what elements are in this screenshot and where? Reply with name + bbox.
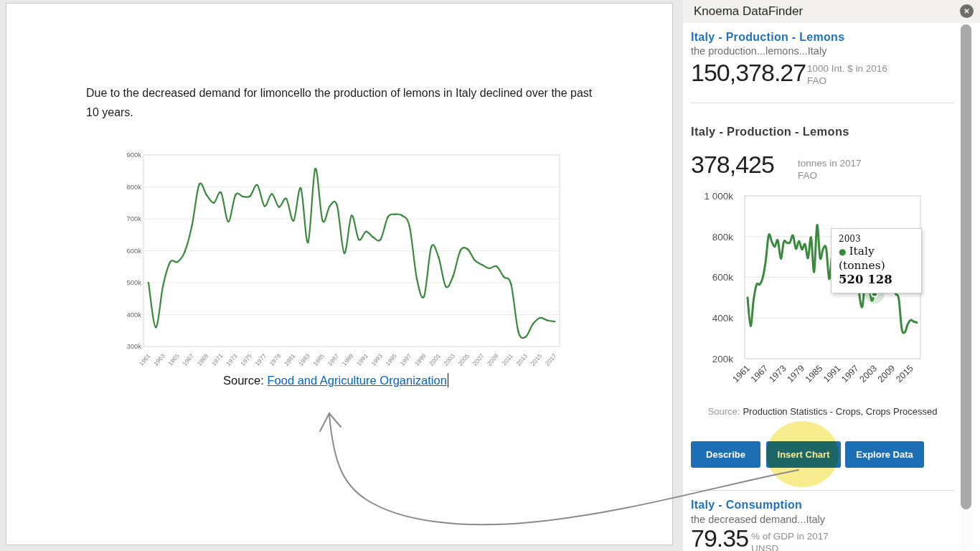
svg-text:1985: 1985 (311, 352, 326, 367)
card-subtitle: the decreased demand...Italy (691, 514, 825, 525)
svg-text:2009: 2009 (876, 363, 897, 385)
svg-text:2015: 2015 (894, 363, 915, 385)
svg-text:2005: 2005 (456, 352, 471, 367)
svg-text:2003: 2003 (442, 352, 456, 367)
tooltip-series: ●Italy (tonnes) (839, 245, 914, 273)
svg-text:1997: 1997 (839, 363, 861, 385)
svg-text:200k: 200k (712, 354, 734, 364)
document-source-line: Source: Food and Agriculture Organizatio… (223, 373, 448, 387)
svg-text:1997: 1997 (399, 352, 413, 367)
svg-text:1999: 1999 (413, 352, 428, 367)
svg-text:1985: 1985 (804, 363, 825, 385)
svg-text:2001: 2001 (428, 352, 442, 367)
panel-preview-chart[interactable]: 1 000k800k600k400k200k196119671973197919… (683, 0, 980, 430)
card-value: 79.35 (691, 526, 748, 550)
document-page[interactable]: Due to the decreased demand for limoncel… (6, 3, 673, 545)
tooltip-year: 2003 (839, 234, 914, 245)
svg-text:1961: 1961 (731, 363, 753, 385)
svg-text:1973: 1973 (767, 363, 788, 385)
svg-text:1971: 1971 (210, 352, 225, 367)
svg-text:1 000k: 1 000k (704, 191, 733, 202)
svg-text:1961: 1961 (138, 352, 152, 367)
svg-text:700k: 700k (126, 215, 141, 222)
describe-button[interactable]: Describe (691, 441, 760, 468)
card-divider (691, 490, 954, 491)
svg-text:1967: 1967 (749, 363, 771, 385)
svg-text:1995: 1995 (384, 352, 398, 367)
svg-text:300k: 300k (126, 342, 141, 350)
text-cursor (448, 373, 449, 387)
chart-tooltip: 2003 ●Italy (tonnes) 520 128 (831, 228, 922, 293)
svg-text:1975: 1975 (239, 352, 253, 367)
svg-text:1991: 1991 (821, 363, 843, 385)
svg-text:800k: 800k (126, 183, 141, 191)
svg-text:1991: 1991 (355, 352, 369, 367)
svg-text:2017: 2017 (544, 352, 558, 367)
svg-text:2007: 2007 (471, 352, 486, 367)
close-x-glyph: ✕ (963, 7, 969, 15)
svg-text:600k: 600k (712, 272, 734, 283)
svg-text:1989: 1989 (341, 352, 355, 367)
svg-text:1965: 1965 (166, 352, 181, 367)
document-embedded-chart[interactable]: 900k800k700k600k500k400k300k196119631965… (6, 4, 672, 545)
unit-source-org: UNSD (751, 542, 829, 551)
svg-text:1969: 1969 (196, 352, 210, 367)
source-label: Source: (223, 374, 267, 387)
svg-text:2015: 2015 (529, 352, 543, 367)
svg-text:1979: 1979 (785, 363, 806, 385)
knoema-datafinder-panel: Knoema DataFinder ✕ Italy - Production -… (683, 0, 980, 551)
explore-data-button[interactable]: Explore Data (845, 441, 924, 468)
svg-text:2009: 2009 (486, 352, 500, 367)
svg-text:1981: 1981 (283, 352, 297, 367)
svg-text:1983: 1983 (297, 352, 311, 367)
svg-text:600k: 600k (126, 247, 141, 255)
svg-text:1967: 1967 (181, 352, 195, 367)
app-window: Due to the decreased demand for limoncel… (0, 0, 980, 551)
source-hyperlink[interactable]: Food and Agriculture Organization (267, 374, 446, 387)
insert-chart-button[interactable]: Insert Chart (766, 441, 841, 468)
svg-text:400k: 400k (126, 311, 141, 319)
svg-text:1963: 1963 (152, 352, 166, 367)
svg-text:1973: 1973 (225, 352, 239, 367)
svg-text:2003: 2003 (858, 363, 880, 385)
svg-text:500k: 500k (126, 278, 141, 286)
svg-text:800k: 800k (712, 232, 734, 242)
svg-text:1987: 1987 (326, 352, 340, 367)
panel-header: Knoema DataFinder (683, 0, 980, 23)
series-bullet-icon: ● (839, 247, 846, 257)
card-unit: % of GDP in 2017 UNSD (751, 530, 829, 551)
card-title-consumption[interactable]: Italy - Consumption (691, 499, 802, 512)
unit-text: % of GDP in 2017 (751, 530, 829, 542)
svg-text:2011: 2011 (500, 352, 514, 367)
panel-title: Knoema DataFinder (694, 0, 803, 23)
svg-text:900k: 900k (126, 151, 141, 159)
svg-text:1993: 1993 (369, 352, 384, 367)
svg-text:400k: 400k (712, 313, 734, 324)
svg-text:1977: 1977 (253, 352, 268, 367)
tooltip-value: 520 128 (839, 273, 914, 287)
svg-text:1979: 1979 (268, 352, 283, 367)
close-icon[interactable]: ✕ (960, 4, 974, 18)
svg-text:2013: 2013 (514, 352, 529, 367)
